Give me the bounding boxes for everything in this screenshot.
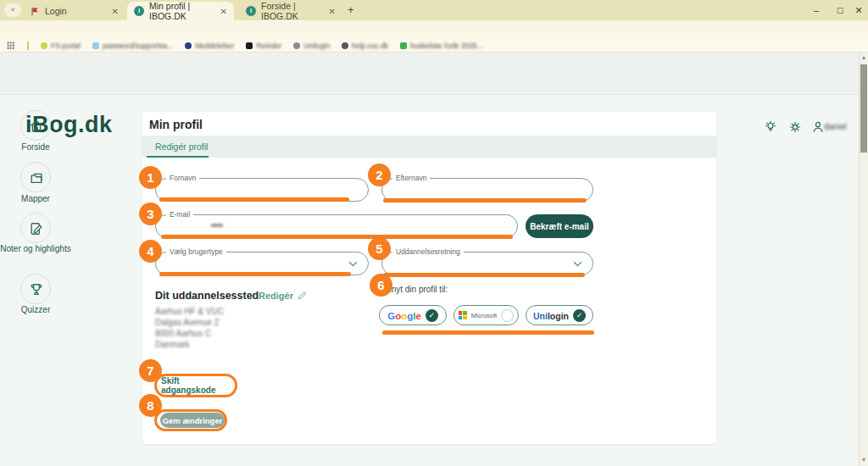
chevron-down-icon	[348, 261, 358, 267]
email-label: E-mail	[166, 210, 193, 219]
pencil-icon[interactable]	[297, 289, 309, 301]
user-name[interactable]: daniel	[824, 122, 847, 131]
tab-forside[interactable]: i Forside | IBOG.DK ✕	[239, 2, 342, 20]
tab-title: Min profil | IBOG.DK	[149, 1, 215, 21]
scrollbar-down-icon[interactable]: ▼	[860, 457, 868, 463]
edit-school-link[interactable]: Redigér	[259, 291, 293, 301]
microsoft-logo	[459, 311, 467, 319]
microsoft-connect-button[interactable]: Microsoft	[453, 305, 519, 325]
active-tab-underline	[147, 156, 209, 158]
bookmark-item[interactable]: Meddelelser	[185, 42, 234, 50]
window-minimize-button[interactable]: –	[808, 3, 825, 17]
bookmark-favicon	[41, 42, 47, 49]
annotation-number-2: 2	[368, 164, 391, 186]
education-label: Uddannelsesretning	[392, 247, 464, 256]
scrollbar-up-icon[interactable]: ▲	[860, 54, 868, 60]
annotation-underline-6	[382, 330, 594, 335]
sidebar-label-forside[interactable]: Forside	[0, 142, 71, 152]
tab-title: Forside | IBOG.DK	[261, 1, 324, 21]
tab-rediger-profil[interactable]: Redigér profil	[147, 136, 216, 158]
settings-gear-icon[interactable]	[787, 119, 803, 135]
annotation-number-3: 3	[139, 202, 162, 225]
home-icon	[28, 118, 45, 135]
annotation-number-4: 4	[139, 240, 162, 263]
annotation-number-8: 8	[139, 394, 162, 417]
tab-min-profil[interactable]: i Min profil | IBOG.DK ✕	[127, 2, 234, 20]
google-connect-button[interactable]: Google ✓	[379, 305, 447, 325]
tab-login[interactable]: Login ✕	[24, 2, 125, 20]
bookmark-favicon	[293, 42, 300, 49]
last-name-label: Efternavn	[392, 174, 430, 182]
email-value-blurred	[211, 224, 223, 227]
tab-search-chevron-button[interactable]: ˅	[4, 3, 21, 17]
annotation-underline-5	[383, 273, 585, 277]
sidebar-item-quizzer[interactable]	[20, 274, 51, 304]
annotation-underline-1	[159, 197, 349, 202]
window-maximize-button[interactable]: ▢	[832, 3, 849, 17]
first-name-label: Fornavn	[166, 174, 199, 182]
chevron-down-icon	[573, 261, 582, 267]
ibog-favicon: i	[246, 6, 256, 16]
connected-check-icon: ✓	[426, 309, 438, 322]
microsoft-label: Microsoft	[471, 312, 497, 319]
screen: ˅ Login ✕ i Min profil | IBOG.DK ✕ i For…	[0, 0, 868, 466]
note-icon	[28, 220, 45, 237]
bookmark-item[interactable]: Reinder	[246, 42, 281, 50]
sidebar-label-noter[interactable]: Noter og highlights	[0, 244, 71, 253]
tab-close-icon[interactable]: ✕	[220, 7, 227, 16]
annotation-underline-2	[383, 198, 587, 202]
unilogin-logo: Unilogin	[533, 308, 569, 323]
sidebar-item-noter[interactable]	[20, 213, 51, 243]
bookmark-favicon	[246, 42, 253, 49]
connected-check-icon: ✓	[573, 309, 586, 322]
idea-lightbulb-icon[interactable]	[763, 119, 778, 135]
annotation-number-6: 6	[370, 274, 392, 297]
page-title: Min profil	[149, 118, 203, 131]
annotation-ring-8	[154, 409, 227, 431]
browser-tab-bar: ˅ Login ✕ i Min profil | IBOG.DK ✕ i For…	[0, 0, 868, 20]
school-address-line: Dalgas Avenue 2	[155, 318, 219, 327]
unilogin-connect-button[interactable]: Unilogin ✓	[526, 305, 593, 325]
site-header: iBog.dk daniel	[0, 53, 868, 95]
user-type-label: Vælg brugertype	[166, 247, 226, 256]
not-connected-circle-icon	[501, 309, 514, 322]
school-address-line: Aarhus HF & VUC	[155, 307, 224, 316]
sidebar-label-quizzer[interactable]: Quizzer	[0, 305, 71, 314]
google-logo: Google	[387, 308, 421, 323]
annotation-underline-3	[161, 235, 513, 239]
bookmark-item[interactable]: FS-portal	[41, 42, 81, 50]
apps-grid-icon[interactable]	[7, 42, 15, 50]
tab-close-icon[interactable]: ✕	[329, 7, 336, 16]
bookmark-item[interactable]: password/supportsa...	[92, 42, 173, 50]
school-heading: Dit uddannelsessted	[155, 290, 259, 302]
bookmark-favicon	[342, 42, 348, 49]
tab-close-icon[interactable]: ✕	[112, 7, 119, 16]
trophy-icon	[28, 281, 45, 298]
new-tab-button[interactable]: +	[348, 3, 354, 16]
bookmark-favicon	[92, 42, 99, 49]
annotation-underline-4	[159, 272, 351, 276]
profile-tab-strip: Redigér profil	[142, 136, 716, 158]
flag-icon	[31, 7, 40, 16]
tab-title: Login	[45, 6, 67, 16]
sidebar-item-forside[interactable]	[20, 110, 51, 141]
annotation-ring-7	[154, 374, 237, 397]
bookmark-item[interactable]: huskeliste forår 2025...	[400, 42, 483, 50]
confirm-email-button[interactable]: Bekræft e-mail	[526, 214, 593, 238]
school-address-line: 8000 Aarhus C	[155, 329, 211, 338]
school-address-line: Danmark	[155, 340, 190, 349]
sidebar-label-mapper[interactable]: Mapper	[0, 194, 71, 203]
annotation-number-5: 5	[368, 237, 391, 260]
annotation-number-7: 7	[139, 359, 162, 382]
sidebar-item-mapper[interactable]	[20, 162, 51, 192]
bookmark-favicon	[185, 42, 192, 49]
education-select[interactable]: Uddannelsesretning	[381, 252, 593, 275]
bookmark-item[interactable]: Unilogin	[293, 42, 330, 50]
bookmarks-bar: FS-portal password/supportsa... Meddelel…	[0, 39, 868, 53]
annotation-number-1: 1	[139, 166, 162, 189]
folder-icon	[28, 169, 45, 186]
bookmark-item[interactable]: help.vuc.dk	[342, 42, 388, 50]
scrollbar-thumb[interactable]	[860, 64, 867, 153]
window-close-button[interactable]: ✕	[850, 3, 867, 17]
browser-url-row: ← → ↻ ⌂ ibog.dk/?id=495 ☆ Skole ⋮	[0, 20, 868, 39]
